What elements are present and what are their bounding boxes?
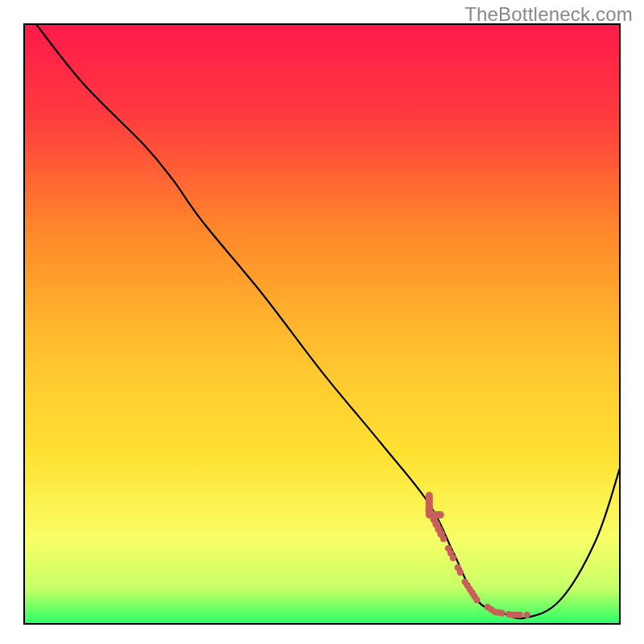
chart-svg <box>0 0 644 644</box>
svg-point-17 <box>473 597 480 603</box>
svg-point-26 <box>516 612 522 618</box>
svg-point-22 <box>498 609 505 616</box>
chart-container: TheBottleneck.com <box>0 0 644 644</box>
svg-point-6 <box>440 535 447 542</box>
svg-point-11 <box>456 569 463 576</box>
svg-point-27 <box>523 612 530 618</box>
svg-point-9 <box>450 555 456 561</box>
watermark-label: TheBottleneck.com <box>464 3 633 26</box>
